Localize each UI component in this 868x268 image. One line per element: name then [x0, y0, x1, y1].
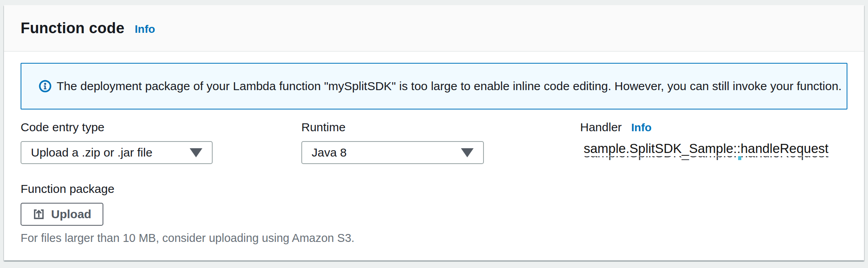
- function-code-panel: Function code Info The deployment packag…: [4, 5, 864, 260]
- handler-clipped-text: sample.SplitSDK_Sample::handleRequest: [584, 156, 847, 160]
- panel-title: Function code: [21, 20, 124, 37]
- field-code-entry-type: Code entry type Upload a .zip or .jar fi…: [21, 120, 213, 164]
- upload-helper-text: For files larger than 10 MB, consider up…: [21, 232, 847, 245]
- runtime-select[interactable]: Java 8: [301, 141, 484, 164]
- upload-icon: [32, 208, 45, 221]
- info-circle-icon: [39, 80, 51, 92]
- handler-info-link[interactable]: Info: [631, 121, 651, 134]
- handler-label: Handler: [580, 120, 622, 135]
- alert-message: The deployment package of your Lambda fu…: [57, 79, 841, 93]
- runtime-label: Runtime: [301, 120, 484, 135]
- handler-clipped-text-artifact: sample.SplitSDK_Sample::handleRequest: [580, 156, 847, 160]
- upload-button[interactable]: Upload: [21, 203, 103, 226]
- field-handler: Handler Info sample.SplitSDK_Sample::han…: [580, 120, 847, 164]
- function-package-label: Function package: [21, 181, 847, 196]
- text-caret-icon: [738, 156, 741, 160]
- fields-row: Code entry type Upload a .zip or .jar fi…: [21, 120, 847, 164]
- handler-value: sample.SplitSDK_Sample::handleRequest: [580, 141, 847, 156]
- upload-button-label: Upload: [51, 208, 91, 221]
- panel-header: Function code Info: [4, 5, 864, 52]
- function-package-section: Function package Upload For files larger…: [21, 181, 847, 245]
- panel-body: The deployment package of your Lambda fu…: [4, 52, 864, 245]
- runtime-value: Java 8: [312, 146, 346, 159]
- code-entry-type-select[interactable]: Upload a .zip or .jar file: [21, 141, 213, 164]
- code-entry-type-value: Upload a .zip or .jar file: [31, 146, 152, 159]
- function-code-info-link[interactable]: Info: [135, 23, 155, 36]
- chevron-down-icon: [190, 148, 202, 157]
- code-entry-type-label: Code entry type: [21, 120, 213, 135]
- chevron-down-icon: [461, 148, 474, 157]
- field-runtime: Runtime Java 8: [301, 120, 484, 164]
- info-alert: The deployment package of your Lambda fu…: [21, 63, 847, 109]
- handler-label-row: Handler Info: [580, 120, 847, 135]
